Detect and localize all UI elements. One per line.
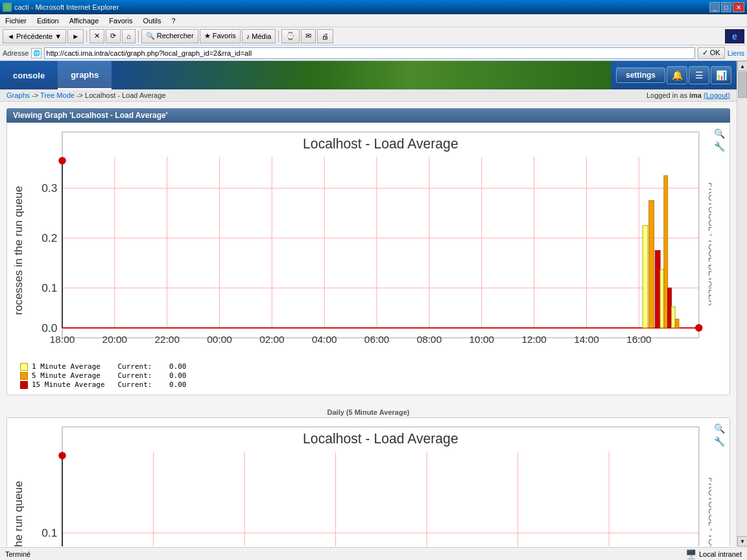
nav-icon-bell[interactable]: 🔔 [667, 66, 687, 84]
menu-outils[interactable]: Outils [140, 16, 163, 25]
menu-favoris[interactable]: Favoris [106, 16, 135, 25]
media-button[interactable]: ♪ Média [242, 29, 276, 43]
svg-rect-39 [649, 201, 654, 328]
svg-text:Localhost - Load Average: Localhost - Load Average [303, 136, 458, 152]
tab-console[interactable]: console [0, 61, 58, 89]
legend-color-3 [20, 381, 28, 389]
scrollbar[interactable]: ▲ ▼ [737, 61, 747, 546]
maximize-button[interactable]: □ [721, 2, 731, 12]
username: ima [689, 91, 702, 99]
legend-row-1: 1 Minute Average Current: 0.00 [20, 362, 717, 371]
scroll-down-button[interactable]: ▼ [737, 536, 747, 546]
history-button[interactable]: ⌚ [281, 29, 300, 43]
chart-svg-1: Localhost - Load Average [12, 126, 711, 356]
close-button[interactable]: ✕ [733, 2, 744, 12]
svg-text:10:00: 10:00 [469, 334, 495, 345]
back-button[interactable]: ◄ Précédente ▼ [3, 29, 66, 43]
svg-text:rocesses in the run queue: rocesses in the run queue [12, 186, 25, 315]
svg-rect-43 [668, 288, 672, 328]
menu-help[interactable]: ? [169, 16, 178, 25]
scroll-track[interactable] [737, 71, 747, 536]
menu-affichage[interactable]: Affichage [67, 16, 102, 25]
nav-icon-chart[interactable]: 📊 [711, 66, 731, 84]
status-text: Terminé [5, 550, 30, 558]
svg-rect-42 [664, 176, 668, 328]
chart-svg-2: Localhost - Load Average [12, 421, 711, 546]
settings-icon-1[interactable]: 🔧 [714, 141, 724, 152]
status-zone-icon: 🖥️ [685, 549, 696, 559]
svg-rect-44 [671, 307, 675, 328]
window-controls[interactable]: _ □ ✕ [709, 2, 744, 12]
graph-area-2: Localhost - Load Average [12, 421, 711, 546]
home-button[interactable]: ⌂ [122, 29, 136, 43]
logged-in-text: Logged in as [646, 91, 687, 99]
scroll-up-button[interactable]: ▲ [737, 61, 747, 71]
svg-text:18:00: 18:00 [50, 334, 75, 345]
graph-container-2: Localhost - Load Average [6, 417, 730, 546]
app-icon: 🌵 [3, 3, 12, 12]
graph-icons-2: 🔍 🔧 [714, 421, 724, 447]
search-button[interactable]: 🔍 Rechercher [141, 29, 198, 43]
scroll-thumb[interactable] [738, 72, 747, 98]
nav-decoration [112, 61, 611, 89]
address-icon: 🌐 [31, 48, 42, 58]
svg-text:12:00: 12:00 [521, 334, 547, 345]
url-input[interactable] [44, 47, 694, 59]
legend-color-1 [20, 363, 28, 371]
stop-button[interactable]: ✕ [89, 29, 104, 43]
main-content: console graphs settings 🔔 ☰ 📊 Graphs -> … [0, 61, 737, 546]
svg-text:02:00: 02:00 [259, 334, 285, 345]
svg-text:rocesses in the run queue: rocesses in the run queue [12, 481, 25, 546]
svg-rect-0 [62, 132, 699, 338]
favorites-button[interactable]: ★ Favoris [200, 29, 241, 43]
legend-1: 1 Minute Average Current: 0.00 5 Minute … [7, 360, 729, 395]
svg-text:16:00: 16:00 [626, 334, 652, 345]
svg-rect-45 [675, 319, 679, 327]
svg-text:08:00: 08:00 [417, 334, 442, 345]
address-bar: Adresse 🌐 ✓ OK Liens [0, 45, 747, 61]
breadcrumb-tree-mode[interactable]: Tree Mode [40, 91, 75, 99]
graph-section-title: Viewing Graph 'Localhost - Load Average' [6, 108, 730, 122]
breadcrumb-sep2: -> [77, 91, 85, 99]
page-title: Viewing Graph 'Localhost - Load Average' [13, 111, 168, 120]
legend-label-2: 5 Minute Average Current: 0.00 [32, 371, 186, 380]
settings-button[interactable]: settings [616, 67, 665, 83]
refresh-button[interactable]: ⟳ [106, 29, 121, 43]
svg-text:0.1: 0.1 [42, 526, 57, 539]
nav-icon-list[interactable]: ☰ [689, 66, 709, 84]
svg-text:0.2: 0.2 [42, 231, 57, 244]
svg-point-20 [695, 324, 703, 332]
svg-text:22:00: 22:00 [154, 334, 180, 345]
graph-label-2: Daily (5 Minute Average) [6, 406, 730, 417]
breadcrumb: Graphs -> Tree Mode -> Localhost - Load … [6, 91, 166, 99]
status-zone: Local intranet [699, 550, 742, 558]
legend-row-2: 5 Minute Average Current: 0.00 [20, 371, 717, 380]
window-title: cacti - Microsoft Internet Explorer [14, 3, 119, 11]
logout-link[interactable]: (Logout) [704, 91, 730, 99]
menu-fichier[interactable]: Fichier [3, 16, 29, 25]
links-label[interactable]: Liens [728, 49, 744, 57]
svg-text:14:00: 14:00 [574, 334, 599, 345]
settings-icon-2[interactable]: 🔧 [714, 436, 724, 447]
print-button[interactable]: 🖨 [317, 29, 333, 43]
breadcrumb-graphs[interactable]: Graphs [6, 91, 30, 99]
svg-rect-40 [655, 251, 660, 328]
address-label: Adresse [3, 49, 29, 57]
zoom-icon-2[interactable]: 🔍 [714, 423, 724, 434]
forward-button[interactable]: ► [67, 29, 84, 43]
svg-text:PROTOCOL - TOOL DETAILER: PROTOCOL - TOOL DETAILER [707, 477, 711, 546]
tab-graphs[interactable]: graphs [58, 61, 112, 89]
svg-text:00:00: 00:00 [207, 334, 232, 345]
mail-button[interactable]: ✉ [301, 29, 316, 43]
svg-text:0.1: 0.1 [42, 281, 57, 294]
svg-text:0.0: 0.0 [42, 321, 57, 334]
legend-row-3: 15 Minute Average Current: 0.00 [20, 380, 717, 389]
svg-rect-38 [643, 226, 648, 328]
minimize-button[interactable]: _ [709, 2, 720, 12]
content-area: Viewing Graph 'Localhost - Load Average'… [0, 102, 737, 546]
cacti-nav: console graphs settings 🔔 ☰ 📊 [0, 61, 737, 89]
menu-edition[interactable]: Edition [34, 16, 62, 25]
zoom-icon-1[interactable]: 🔍 [714, 128, 724, 139]
legend-label-3: 15 Minute Average Current: 0.00 [32, 380, 186, 389]
go-button[interactable]: ✓ OK [698, 47, 725, 59]
